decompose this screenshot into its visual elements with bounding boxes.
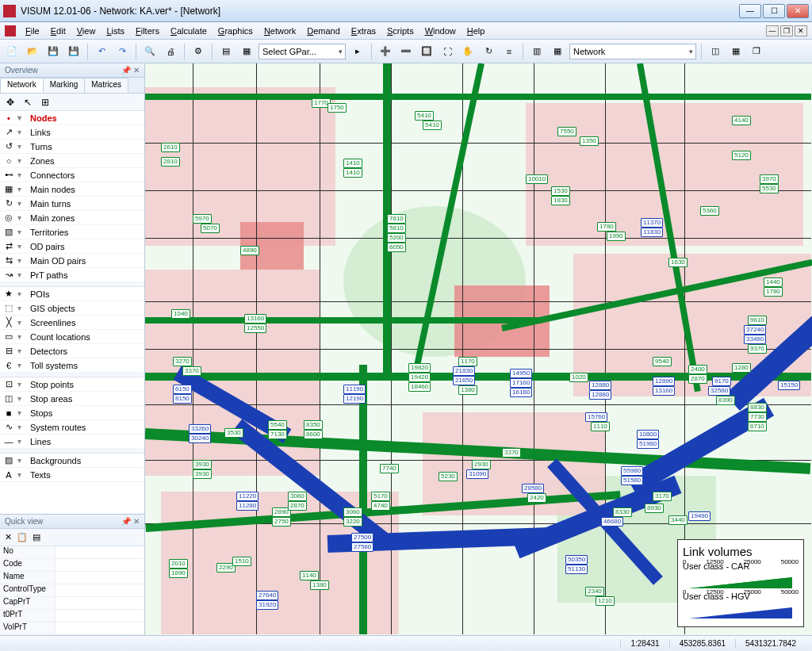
netobj-toll-systems[interactable]: €▾Toll systems xyxy=(0,358,144,373)
maximize-button[interactable]: ☐ xyxy=(763,4,785,18)
filter-icon[interactable]: ▾ xyxy=(17,170,27,179)
filter-icon[interactable]: ▾ xyxy=(17,347,27,355)
close-button[interactable]: ✕ xyxy=(787,4,809,18)
filter-icon[interactable]: ▾ xyxy=(17,361,27,370)
gpar-next-button[interactable]: ▸ xyxy=(349,43,366,60)
filter-icon[interactable]: ▾ xyxy=(17,113,27,122)
netobj-stop-points[interactable]: ⊡▾Stop points xyxy=(0,377,144,392)
menu-calculate[interactable]: Calculate xyxy=(166,25,212,37)
save-as-button[interactable]: 💾 xyxy=(65,43,82,60)
netobj-connectors[interactable]: ⊷▾Connectors xyxy=(0,168,144,182)
netobj-zones[interactable]: ○▾Zones xyxy=(0,154,144,168)
menu-file[interactable]: File xyxy=(21,25,44,37)
pin-icon[interactable]: 📌 ✕ xyxy=(121,66,140,75)
netobj-main-zones[interactable]: ◎▾Main zones xyxy=(0,211,144,225)
pan-button[interactable]: ✋ xyxy=(459,43,477,60)
mdi-close-button[interactable]: ✕ xyxy=(795,25,807,36)
menu-view[interactable]: View xyxy=(72,25,101,37)
zoom-extents-button[interactable]: ⛶ xyxy=(439,43,456,60)
filter-icon[interactable]: ▾ xyxy=(17,242,27,251)
undo-button[interactable]: ↶ xyxy=(93,43,110,60)
filter-icon[interactable]: ▾ xyxy=(17,228,27,236)
grid-button[interactable]: ▦ xyxy=(549,43,566,60)
columns-button[interactable]: ▥ xyxy=(528,43,546,60)
save-button[interactable]: 💾 xyxy=(44,43,62,60)
layers-button[interactable]: ▤ xyxy=(217,43,235,60)
qv-row-capprt[interactable]: CapPrT xyxy=(0,597,144,610)
netobj-od-pairs[interactable]: ⇄▾OD pairs xyxy=(0,239,144,254)
zoom-window-button[interactable]: 🔲 xyxy=(418,43,435,60)
quickview-pin-icon[interactable]: 📌 ✕ xyxy=(121,517,140,526)
netobj-stops[interactable]: ■▾Stops xyxy=(0,406,144,420)
qv-row-t0prt[interactable]: t0PrT xyxy=(0,610,144,622)
filter-icon[interactable]: ▾ xyxy=(17,394,27,403)
menu-help[interactable]: Help xyxy=(462,25,490,37)
menu-lists[interactable]: Lists xyxy=(102,25,129,37)
netobj-stop-areas[interactable]: ◫▾Stop areas xyxy=(0,392,144,406)
netobj-detectors[interactable]: ⊟▾Detectors xyxy=(0,344,144,358)
filter-icon[interactable]: ▾ xyxy=(17,213,27,222)
options-button[interactable]: ⚙ xyxy=(190,43,207,60)
netobj-count-locations[interactable]: ▭▾Count locations xyxy=(0,330,144,344)
filter-icon[interactable]: ▾ xyxy=(17,437,27,446)
mdi-restore-button[interactable]: ❐ xyxy=(780,25,793,36)
qv-row-volprt[interactable]: VolPrT xyxy=(0,622,144,635)
netobj-main-turns[interactable]: ↻▾Main turns xyxy=(0,197,144,211)
zoom-button[interactable]: 🔍 xyxy=(141,43,159,60)
print-button[interactable]: 🖨 xyxy=(162,43,179,60)
gpar-select[interactable]: Select GPar... xyxy=(259,44,346,59)
menu-network[interactable]: Network xyxy=(259,25,301,37)
netobj-links[interactable]: ↗▾Links xyxy=(0,125,144,140)
qv-config-button[interactable]: ▤ xyxy=(33,532,40,542)
menu-scripts[interactable]: Scripts xyxy=(382,25,419,37)
menu-filters[interactable]: Filters xyxy=(131,25,164,37)
toggle-button[interactable]: ≡ xyxy=(500,43,518,60)
qv-row-name[interactable]: Name xyxy=(0,572,144,584)
window-split-button[interactable]: ◫ xyxy=(707,43,724,60)
zoom-in-button[interactable]: ➕ xyxy=(377,43,394,60)
redo-button[interactable]: ↷ xyxy=(113,43,131,60)
netobj-nodes[interactable]: •▾Nodes xyxy=(0,111,144,125)
filter-icon[interactable]: ▾ xyxy=(17,156,27,165)
edit-mode-button[interactable]: ↖ xyxy=(21,95,35,109)
tab-network[interactable]: Network xyxy=(0,78,44,93)
filter-icon[interactable]: ▾ xyxy=(17,408,27,417)
open-button[interactable]: 📂 xyxy=(24,43,41,60)
menu-graphics[interactable]: Graphics xyxy=(213,25,258,37)
mdi-minimize-button[interactable]: — xyxy=(766,25,779,36)
qv-clear-button[interactable]: ✕ xyxy=(5,532,12,542)
menu-demand[interactable]: Demand xyxy=(302,25,345,37)
filter-icon[interactable]: ▾ xyxy=(17,256,27,265)
netobj-lines[interactable]: —▾Lines xyxy=(0,435,144,449)
netobj-turns[interactable]: ↺▾Turns xyxy=(0,140,144,154)
qv-row-no[interactable]: No xyxy=(0,546,144,559)
qv-row-code[interactable]: Code xyxy=(0,559,144,572)
map-viewport[interactable]: 2610281017701750141014105410541059705070… xyxy=(145,63,812,635)
special-mode-button[interactable]: ⊞ xyxy=(38,95,52,109)
netobj-backgrounds[interactable]: ▨▾Backgrounds xyxy=(0,454,144,468)
netobj-pois[interactable]: ★▾POIs xyxy=(0,287,144,301)
netobj-screenlines[interactable]: ╳▾Screenlines xyxy=(0,316,144,330)
tab-marking[interactable]: Marking xyxy=(43,78,86,93)
netobj-main-od-pairs[interactable]: ⇆▾Main OD pairs xyxy=(0,254,144,268)
filter-icon[interactable]: ▾ xyxy=(17,456,27,465)
zoom-out-button[interactable]: ➖ xyxy=(397,43,415,60)
netobj-system-routes[interactable]: ∿▾System routes xyxy=(0,420,144,435)
insert-mode-button[interactable]: ✥ xyxy=(3,95,17,109)
netobj-main-nodes[interactable]: ▦▾Main nodes xyxy=(0,182,144,197)
filter-icon[interactable]: ▾ xyxy=(17,318,27,327)
menu-edit[interactable]: Edit xyxy=(46,25,71,37)
filter-icon[interactable]: ▾ xyxy=(17,142,27,151)
menu-window[interactable]: Window xyxy=(420,25,461,37)
gpar-button[interactable]: ▦ xyxy=(238,43,255,60)
refresh-button[interactable]: ↻ xyxy=(480,43,497,60)
filter-icon[interactable]: ▾ xyxy=(17,380,27,389)
minimize-button[interactable]: — xyxy=(739,4,761,18)
network-select[interactable]: Network xyxy=(569,44,696,59)
netobj-prt-paths[interactable]: ↝▾PrT paths xyxy=(0,268,144,282)
tab-matrices[interactable]: Matrices xyxy=(84,78,128,93)
netobj-gis-objects[interactable]: ⬚▾GIS objects xyxy=(0,301,144,316)
window-cascade-button[interactable]: ❐ xyxy=(748,43,765,60)
filter-icon[interactable]: ▾ xyxy=(17,128,27,136)
filter-icon[interactable]: ▾ xyxy=(17,332,27,341)
